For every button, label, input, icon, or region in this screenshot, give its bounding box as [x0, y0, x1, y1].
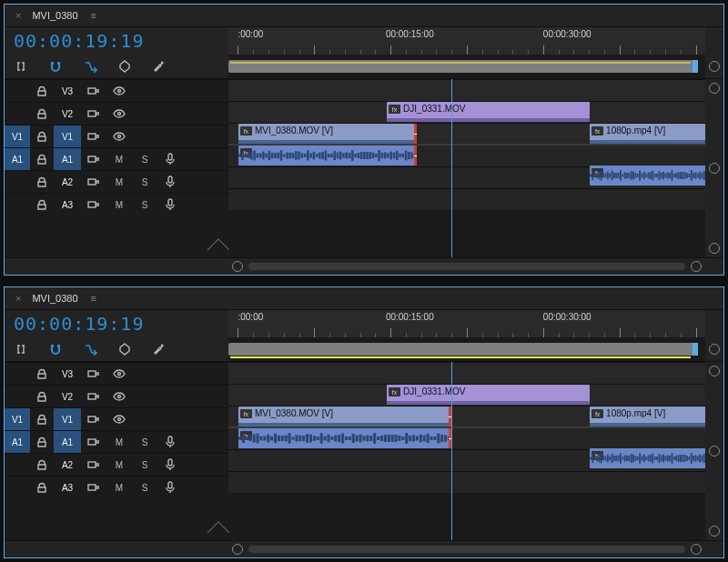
solo-button[interactable]: S — [132, 477, 157, 498]
source-patch[interactable]: V1 — [5, 408, 30, 430]
mute-button[interactable]: M — [106, 454, 132, 476]
mute-button[interactable]: M — [106, 477, 132, 498]
hscroll-thumb[interactable] — [248, 546, 685, 553]
mute-button[interactable]: M — [106, 148, 132, 170]
lock-icon[interactable] — [30, 148, 54, 170]
horizontal-scrollbar[interactable] — [228, 258, 705, 275]
voiceover-mic-icon[interactable] — [157, 454, 183, 476]
source-patch[interactable] — [5, 80, 30, 102]
eye-icon[interactable] — [106, 80, 132, 102]
lock-icon[interactable] — [30, 80, 54, 102]
track-lane[interactable] — [228, 471, 705, 493]
track-target[interactable]: V2 — [54, 386, 81, 407]
sync-lock-icon[interactable] — [81, 363, 106, 385]
video-clip[interactable]: fx1080p.mp4 [V] — [590, 406, 718, 427]
eye-icon[interactable] — [106, 125, 132, 147]
source-patch[interactable] — [5, 386, 30, 407]
track-target[interactable]: V3 — [54, 363, 81, 385]
mute-button[interactable]: M — [106, 171, 132, 193]
marker-icon[interactable] — [117, 342, 132, 356]
lock-icon[interactable] — [30, 386, 54, 407]
sync-lock-icon[interactable] — [81, 408, 106, 430]
zoom-knob-top[interactable] — [705, 337, 723, 361]
playhead-timecode[interactable]: 00:00:19:19 — [14, 30, 144, 52]
track-target[interactable]: A1 — [54, 148, 81, 170]
audio-clip[interactable]: fx — [238, 428, 451, 448]
tab-close-button[interactable]: × — [12, 293, 25, 304]
voiceover-mic-icon[interactable] — [157, 194, 183, 216]
eye-icon[interactable] — [106, 408, 132, 430]
lock-icon[interactable] — [30, 363, 54, 385]
track-target[interactable]: A1 — [54, 431, 81, 453]
video-clip[interactable]: fxMVI_0380.MOV [V] — [238, 406, 451, 427]
nest-icon[interactable] — [14, 59, 28, 74]
eye-icon[interactable] — [106, 103, 132, 125]
voiceover-mic-icon[interactable] — [157, 148, 183, 170]
lock-icon[interactable] — [30, 171, 54, 193]
vzoom-knob[interactable] — [709, 163, 720, 174]
hzoom-knob-right[interactable] — [691, 544, 702, 555]
mute-button[interactable]: M — [106, 194, 132, 216]
voiceover-mic-icon[interactable] — [157, 431, 183, 453]
playhead[interactable] — [451, 79, 452, 257]
wrench-icon[interactable] — [152, 342, 167, 356]
vzoom-knob[interactable] — [709, 366, 720, 376]
source-patch[interactable] — [5, 171, 30, 193]
sequence-tab[interactable]: MVI_0380 — [26, 8, 83, 23]
vzoom-knob[interactable] — [709, 446, 720, 457]
track-target[interactable]: A2 — [54, 171, 81, 193]
source-patch[interactable] — [5, 454, 30, 476]
sync-lock-icon[interactable] — [81, 80, 106, 102]
snap-icon[interactable] — [48, 342, 63, 356]
track-lanes[interactable]: fxDJI_0331.MOVfxMVI_0380.MOV [V]fx1080p.… — [228, 79, 723, 257]
marker-icon[interactable] — [117, 59, 132, 74]
panel-menu-button[interactable]: ≡ — [91, 10, 96, 21]
linked-selection-icon[interactable] — [83, 342, 97, 356]
track-target[interactable]: A2 — [54, 454, 81, 476]
track-target[interactable]: V3 — [54, 80, 81, 102]
track-target[interactable]: V1 — [54, 125, 81, 147]
work-area-end-handle[interactable] — [693, 60, 698, 73]
horizontal-scrollbar[interactable] — [228, 541, 705, 557]
voiceover-mic-icon[interactable] — [157, 477, 183, 498]
hzoom-knob-left[interactable] — [232, 261, 243, 272]
video-clip[interactable]: fxMVI_0380.MOV [V] — [238, 124, 417, 144]
panel-menu-button[interactable]: ≡ — [91, 293, 96, 304]
video-clip[interactable]: fxDJI_0331.MOV — [387, 102, 590, 122]
track-target[interactable]: V1 — [54, 408, 81, 430]
eye-icon[interactable] — [106, 363, 132, 385]
lock-icon[interactable] — [30, 125, 54, 147]
sync-lock-icon[interactable] — [81, 477, 106, 498]
vzoom-knob[interactable] — [709, 526, 720, 537]
lock-icon[interactable] — [30, 477, 54, 498]
video-clip[interactable]: fxDJI_0331.MOV — [387, 385, 590, 405]
track-target[interactable]: A3 — [54, 194, 81, 216]
audio-clip[interactable]: fx — [238, 146, 417, 166]
sync-lock-icon[interactable] — [81, 171, 106, 193]
lock-icon[interactable] — [30, 194, 54, 216]
nest-icon[interactable] — [14, 342, 28, 356]
sync-lock-icon[interactable] — [81, 103, 106, 125]
solo-button[interactable]: S — [132, 171, 157, 193]
time-ruler[interactable]: :00:0000:00:15:0000:00:30:00 — [228, 310, 705, 337]
audio-clip[interactable]: fx — [590, 448, 718, 468]
solo-button[interactable]: S — [132, 431, 157, 453]
source-patch[interactable] — [5, 363, 30, 385]
solo-button[interactable]: S — [132, 454, 157, 476]
source-patch[interactable]: A1 — [5, 431, 30, 453]
lock-icon[interactable] — [30, 103, 54, 125]
mute-button[interactable]: M — [106, 431, 132, 453]
wrench-icon[interactable] — [152, 59, 167, 74]
track-lane[interactable] — [228, 362, 705, 384]
vzoom-knob[interactable] — [709, 243, 720, 254]
track-lane[interactable] — [228, 79, 705, 101]
solo-button[interactable]: S — [132, 148, 157, 170]
track-target[interactable]: A3 — [54, 477, 81, 498]
tab-close-button[interactable]: × — [12, 10, 25, 21]
sync-lock-icon[interactable] — [81, 386, 106, 407]
eye-icon[interactable] — [106, 386, 132, 407]
zoom-knob-top[interactable] — [705, 55, 723, 78]
source-patch[interactable] — [5, 103, 30, 125]
lock-icon[interactable] — [30, 408, 54, 430]
sync-lock-icon[interactable] — [81, 125, 106, 147]
